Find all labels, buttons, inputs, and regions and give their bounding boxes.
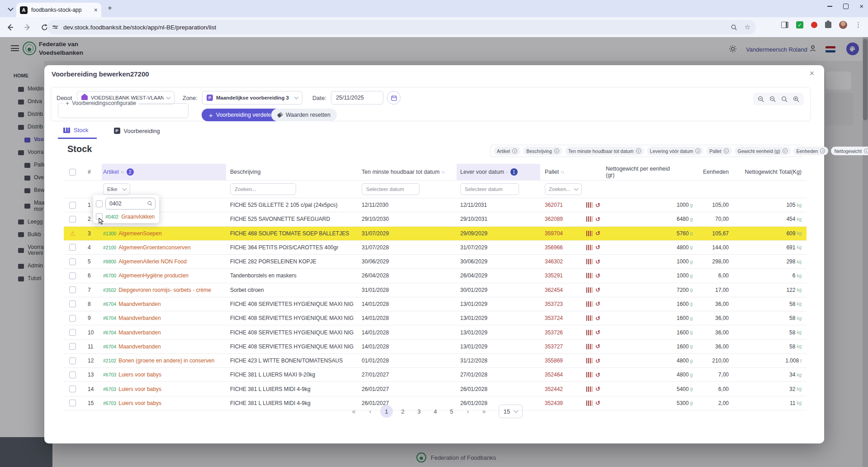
history-icon[interactable]: ↺ bbox=[595, 230, 600, 236]
row-checkbox[interactable] bbox=[69, 315, 76, 322]
filter-chip[interactable]: Pallet × bbox=[706, 147, 731, 155]
barcode-icon[interactable] bbox=[586, 330, 592, 335]
barcode-icon[interactable] bbox=[586, 245, 592, 250]
last-page-button[interactable]: » bbox=[478, 405, 491, 418]
sort-icon[interactable]: ↑↓ bbox=[121, 170, 124, 174]
chip-remove-icon[interactable]: × bbox=[554, 148, 559, 153]
sort-icon[interactable]: ↑↓ bbox=[561, 170, 564, 174]
header-beschrijving[interactable]: Beschrijving bbox=[226, 164, 357, 180]
dropdown-select-all-checkbox[interactable] bbox=[96, 200, 103, 207]
article-cell[interactable]: #6704 Maandverbanden bbox=[102, 311, 226, 325]
filter-chip[interactable]: Artikel × bbox=[494, 147, 520, 155]
pallet-number[interactable]: 362071 bbox=[545, 202, 563, 208]
chip-remove-icon[interactable]: × bbox=[820, 148, 825, 153]
table-row[interactable]: ⚠ 10 #6704 Maandverbanden FICHE 408 SERV… bbox=[64, 325, 807, 339]
table-row[interactable]: ⚠ 13 #6703 Luiers voor babys FICHE 381 L… bbox=[64, 368, 807, 382]
page-number-button[interactable]: 4 bbox=[429, 405, 442, 418]
zoom-reset-icon[interactable] bbox=[780, 95, 788, 103]
barcode-icon[interactable] bbox=[586, 216, 592, 222]
table-row[interactable]: ⚠ 5 #9800 AlgemeenAllerlei NON Food FICH… bbox=[64, 255, 807, 269]
row-checkbox[interactable] bbox=[69, 329, 76, 336]
pallet-number[interactable]: 353724 bbox=[545, 315, 563, 321]
lens-search-icon[interactable] bbox=[731, 24, 737, 31]
header-units[interactable]: Eenheden bbox=[693, 164, 730, 180]
zoom-out-icon[interactable] bbox=[769, 95, 777, 103]
pallet-number[interactable]: 355869 bbox=[545, 357, 563, 364]
history-icon[interactable]: ↺ bbox=[595, 244, 600, 250]
row-checkbox[interactable] bbox=[69, 216, 76, 223]
article-cell[interactable]: #6704 Maandverbanden bbox=[102, 297, 226, 311]
filter-chip[interactable]: Ten minste houdbaar tot datum × bbox=[565, 147, 644, 155]
table-row[interactable]: ⚠ 1 FICHE 525 GILLETTE 2 105 c/pal (24x5… bbox=[64, 198, 807, 212]
pallet-number[interactable]: 359704 bbox=[545, 230, 563, 237]
tab-search-chevron-icon[interactable] bbox=[6, 5, 14, 13]
distribute-preparation-button[interactable]: + Voorbereiding verdelen bbox=[202, 109, 281, 121]
history-icon[interactable]: ↺ bbox=[595, 372, 600, 378]
table-row[interactable]: ⚠ 3 #1300 AlgemeenSoepen FICHE 468 SOUPE… bbox=[64, 227, 807, 241]
barcode-icon[interactable] bbox=[586, 259, 592, 264]
row-checkbox[interactable] bbox=[69, 357, 76, 364]
row-checkbox[interactable] bbox=[69, 372, 76, 378]
row-checkbox[interactable] bbox=[69, 272, 76, 279]
page-size-select[interactable]: 15 bbox=[499, 405, 523, 418]
history-icon[interactable]: ↺ bbox=[595, 259, 600, 265]
site-settings-icon[interactable] bbox=[52, 26, 58, 29]
prev-page-button[interactable]: ‹ bbox=[364, 405, 377, 418]
page-number-button[interactable]: 5 bbox=[445, 405, 458, 418]
bookmark-star-icon[interactable]: ☆ bbox=[745, 23, 750, 31]
beschrijving-filter-input[interactable] bbox=[230, 183, 296, 195]
chip-remove-icon[interactable]: × bbox=[636, 148, 641, 153]
window-maximize-button[interactable] bbox=[843, 4, 849, 9]
artikel-filter-select[interactable]: Elke bbox=[103, 183, 130, 195]
filter-chip[interactable]: Nettogewicht × bbox=[831, 147, 868, 155]
filter-chip[interactable]: Beschrijving × bbox=[523, 147, 562, 155]
modal-close-icon[interactable]: × bbox=[809, 69, 814, 78]
barcode-icon[interactable] bbox=[586, 358, 592, 363]
extension-check-icon[interactable]: ✓ bbox=[796, 21, 803, 29]
filter-chip[interactable]: Levering vóór datum × bbox=[647, 147, 704, 155]
reset-values-button[interactable]: Waarden resetten bbox=[271, 109, 337, 121]
sort-icon[interactable]: ↑↓ bbox=[441, 170, 444, 174]
pallet-number[interactable]: 353727 bbox=[545, 343, 563, 350]
pallet-number[interactable]: 352464 bbox=[545, 372, 563, 378]
table-row[interactable]: ⚠ 2 FICHE 525 SAVONNETTE SAFEGUARD 29/10… bbox=[64, 212, 807, 226]
article-cell[interactable]: #6703 Luiers voor babys bbox=[102, 368, 226, 381]
article-cell[interactable]: #2102 Bonen (groene en andere) in conser… bbox=[102, 354, 226, 367]
article-cell[interactable]: #3502 Diepgevroren roomijs- sorbets - cr… bbox=[102, 283, 226, 297]
select-all-checkbox[interactable] bbox=[69, 169, 76, 176]
table-row[interactable]: ⚠ 14 #6703 Luiers voor babys FICHE 381 L… bbox=[64, 382, 807, 396]
browser-menu-icon[interactable]: ⋮ bbox=[855, 21, 862, 29]
back-button[interactable] bbox=[5, 22, 15, 33]
table-row[interactable]: ⚠ 11 #6704 Maandverbanden FICHE 408 SERV… bbox=[64, 340, 807, 354]
zoom-out-small-icon[interactable] bbox=[757, 95, 765, 103]
article-cell[interactable]: #1300 AlgemeenSoepen bbox=[102, 227, 226, 240]
history-icon[interactable]: ↺ bbox=[595, 315, 600, 321]
best-before-filter-input[interactable] bbox=[362, 183, 420, 195]
calendar-button[interactable] bbox=[387, 91, 401, 105]
barcode-icon[interactable] bbox=[586, 344, 592, 349]
article-cell[interactable]: #6703 Luiers voor babys bbox=[102, 382, 226, 396]
history-icon[interactable]: ↺ bbox=[595, 216, 600, 222]
extensions-puzzle-icon[interactable] bbox=[825, 22, 831, 28]
zone-select[interactable]: P Maandelijkse voorbereiding 3 bbox=[202, 91, 302, 105]
table-row[interactable]: ⚠ 8 #6704 Maandverbanden FICHE 408 SERVI… bbox=[64, 297, 807, 311]
pallet-number[interactable]: 353726 bbox=[545, 329, 563, 336]
barcode-icon[interactable] bbox=[586, 287, 592, 293]
page-number-button[interactable]: 1 bbox=[380, 405, 393, 418]
pallet-number[interactable]: 353723 bbox=[545, 301, 563, 307]
barcode-icon[interactable] bbox=[586, 202, 592, 208]
barcode-icon[interactable] bbox=[586, 315, 592, 321]
history-icon[interactable]: ↺ bbox=[595, 329, 600, 335]
article-cell[interactable]: #6704 Maandverbanden bbox=[102, 340, 226, 353]
tab-stock[interactable]: Stock bbox=[58, 125, 97, 139]
browser-profile-avatar[interactable] bbox=[839, 21, 847, 29]
tab-voorbereiding[interactable]: P Voorbereiding bbox=[108, 125, 168, 139]
pallet-number[interactable]: 362454 bbox=[545, 287, 563, 293]
header-unit-weight[interactable]: Nettogewicht per eenheid (gr) bbox=[606, 164, 693, 180]
table-row[interactable]: ⚠ 4 #2100 AlgemeenGroentenconserven FICH… bbox=[64, 241, 807, 255]
address-bar[interactable]: dev.stock.foodbanksit.be/stock/app/nl-BE… bbox=[47, 20, 756, 34]
table-row[interactable]: ⚠ 9 #6704 Maandverbanden FICHE 408 SERVI… bbox=[64, 311, 807, 325]
barcode-icon[interactable] bbox=[586, 386, 592, 392]
chip-remove-icon[interactable]: × bbox=[783, 148, 788, 153]
window-close-button[interactable]: × bbox=[859, 4, 863, 9]
